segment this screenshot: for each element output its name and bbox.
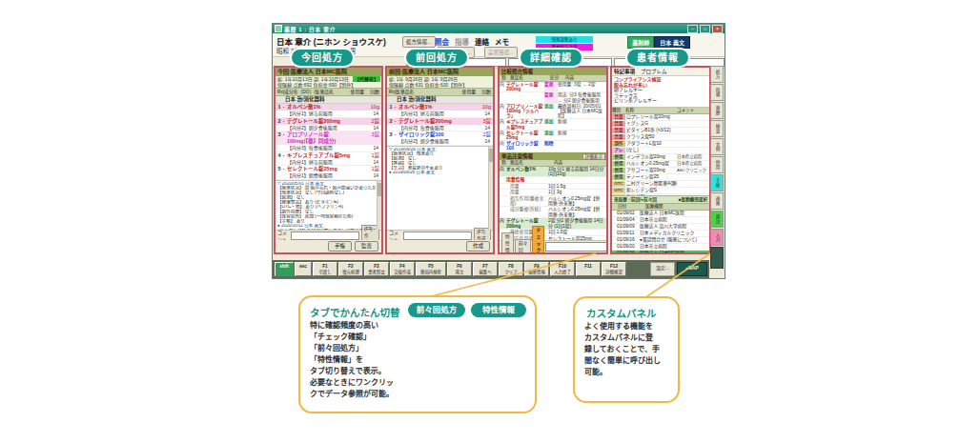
single-item-row[interactable]: 相互作用(重複全般) ハルシオン0.25mg錠【併用薬-外来薬】 — [500, 196, 606, 208]
previous-rx-comment-input[interactable] — [403, 232, 472, 240]
drug-row[interactable]: 3ザイロリック錠1002錠 【内分2】朝夕食後服用14 — [387, 131, 493, 146]
drug-name: キプレスチュアブル錠5mg — [283, 152, 357, 159]
notebook-button[interactable]: 手帳 — [328, 241, 352, 252]
function-key-button[interactable]: F10 入力終了 — [550, 262, 575, 276]
patient-med-row[interactable]: 併用 ハルシオン0.25mg錠 日本県立病院 — [612, 161, 709, 168]
compare-row[interactable]: 内 ザイロリック錠100 削除 — [500, 141, 606, 151]
patient-med-row[interactable]: 禁忌 ビタミンB1系 (×3/12) — [612, 128, 709, 134]
drug-row[interactable]: 5セレクトール錠25mg1錠 【内分1】朝食後服用14 — [276, 166, 381, 180]
custom-panel-tab[interactable]: 併用 — [710, 156, 724, 173]
function-key-button[interactable]: F6 発注 — [447, 262, 472, 276]
visit-row[interactable]: 01/09/04 日本市立病院 — [612, 217, 709, 224]
function-key-button[interactable]: shift — [275, 262, 294, 276]
drug-row[interactable]: 4キプレスチュアブル錠5mg1錠 【内分1】寝る前服用14 — [276, 152, 381, 167]
single-item-row[interactable]: 内 テグレトール錠200mg 2錠 分2 朝夕食後服用 14日分 (1回1錠) — [500, 218, 606, 230]
minimize-button[interactable]: ─ — [687, 25, 698, 33]
log-scrollbar[interactable] — [377, 181, 381, 231]
drug-row[interactable]: 2テグレトール錠200mg3錠 【内分3】毎食後服用14 — [387, 118, 493, 132]
function-key-action: 復元処理 — [342, 270, 359, 274]
patient-med-row[interactable]: 併用 アサコート錠20mg ABCクリニック — [612, 168, 709, 174]
patient-med-row[interactable]: 禁忌 クラリス錠50 — [612, 134, 709, 141]
single-item-row[interactable]: 内 オルベン散1% 10g 分1 寝る前服用 14日分 (1回10g) — [500, 167, 606, 178]
custom-panel-tab[interactable]: 発注 — [710, 211, 724, 228]
problem-label[interactable]: プロブレム — [641, 68, 666, 75]
visit-row[interactable]: 01/09/09 医療法人 品川大学病院 — [612, 224, 709, 231]
drug-row[interactable]: 1オルベン散1%10g 【内分1】寝る前服用14 — [387, 104, 493, 118]
check-tab[interactable]: 特性情報 — [501, 232, 514, 254]
current-rx-comment-input[interactable] — [291, 232, 359, 240]
training-button[interactable]: 実習目標... — [484, 47, 518, 58]
patient-med-row[interactable]: OTC 二村グリーン胃腸薬A(顆粒) — [612, 181, 709, 188]
function-key-button[interactable]: F9 服薬情報 — [524, 262, 549, 276]
map-button[interactable]: ●MAP — [677, 262, 707, 276]
current-rx-buttons: 手帳 監査 — [276, 240, 381, 252]
patient-med-row[interactable]: アレ (なし) — [612, 148, 709, 154]
single-item-row[interactable]: 成分重複(系統) ハルシオン0.25mg錠【併用薬-外来薬】 — [500, 207, 606, 218]
detail-display-button[interactable]: 詳細表示 — [582, 153, 605, 161]
custom-panel-tab[interactable]: 文例 — [710, 138, 724, 155]
compare-row[interactable]: 内 アロプリノール錠100mg「ツルハラ」 追加 最終調剤日: 20/05/01… — [500, 104, 606, 120]
function-key-button[interactable]: F4 交換作成 — [390, 262, 415, 276]
drug-row[interactable]: 2テグレトール錠200mg2錠 【内分2】朝夕食後服用14 — [276, 118, 381, 132]
patient-med-row[interactable]: 副作 アダラートL錠10 — [612, 141, 709, 148]
custom-panel-tab[interactable]: 検査 — [710, 120, 724, 137]
check-tab-input[interactable] — [545, 242, 608, 252]
quick-link[interactable]: メモ — [495, 36, 509, 47]
compare-row[interactable]: 内 セレクトール錠25mg 追加 新規 — [500, 131, 606, 141]
quick-link[interactable]: 連絡 — [475, 36, 489, 47]
compare-row[interactable]: 変更 用法: 分3 毎食後服用 → 分2 朝夕食後服用 — [500, 92, 606, 103]
visit-row[interactable]: 01/09/02 医療法人 日本MC医院 — [612, 211, 709, 217]
custom-panel-tab[interactable]: 処方 — [710, 66, 724, 83]
route — [500, 190, 506, 194]
quick-link[interactable]: 指導 — [455, 36, 469, 47]
drug-usage: 【内分1】寝る前服用 — [276, 111, 363, 117]
patient-med-row[interactable]: 併用 インデラル錠20mg 日本県立病院 — [612, 154, 709, 161]
log-scrollbar[interactable] — [488, 147, 493, 231]
function-key-button[interactable]: F11 — [576, 262, 601, 276]
check-tab[interactable]: 前々回 — [515, 239, 532, 254]
change-content: 新規 — [558, 119, 606, 129]
compare-row[interactable]: 内 テグレトール錠200mg 変更 使用量: 3錠 → 2錠 — [500, 82, 606, 92]
drug-row[interactable]: 3アロプリノール錠100mg(【後】同成分)3錠 【内分3】毎食後服用14 — [276, 131, 381, 152]
settings-button[interactable]: 設定... — [650, 262, 675, 276]
special-notes-list[interactable]: コンプライアンス検証飲み忘れが多い卵アレルギーラテックスピリン系アレルギー — [612, 76, 709, 108]
function-key-button[interactable]: F5 薬局内検索 — [416, 262, 446, 276]
custom-panel-tab[interactable]: 入力 — [710, 229, 724, 246]
visit-row[interactable]: 01/09/16 ●電話問合せ (服薬について) — [612, 237, 709, 244]
audit-button[interactable]: 監査 — [355, 241, 378, 252]
custom-panel-tab[interactable]: 指導 — [710, 84, 724, 101]
close-button[interactable]: × — [712, 25, 723, 33]
function-key-button[interactable]: F1 引渡し — [313, 262, 337, 276]
maximize-button[interactable]: □ — [700, 25, 710, 33]
current-rx-guidance-log[interactable]: ▽ 2020/05/01 日本 義文【服薬状況】 良:飲み忘れ・飲み間違いがあっ… — [276, 180, 381, 231]
visit-row[interactable]: 01/09/26 医療法人 日本MC医院 — [612, 251, 709, 253]
compare-row[interactable]: 内 キプレスチュアブル錠5mg 追加 新規 — [500, 119, 606, 130]
patient-med-row[interactable]: 禁忌 ロプレソール錠20mg — [612, 114, 709, 121]
patient-med-row[interactable]: OTC 新レシチン錠S — [612, 188, 709, 194]
route: 内 — [500, 119, 506, 129]
pharmacist-button[interactable]: 薬剤師 — [627, 36, 654, 49]
visit-row[interactable]: 01/09/11 日本メディカルクリニック — [612, 231, 709, 237]
create-button[interactable]: 作成 — [466, 241, 490, 252]
function-key-button[interactable]: F7 編集へ — [473, 262, 498, 276]
function-key-button[interactable]: F3 患者照会 — [364, 262, 389, 276]
function-key-button[interactable]: F12 詳細確認 — [602, 262, 626, 276]
visit-org: 医療法人 日本MC医院 — [640, 251, 709, 253]
patient-med-row[interactable]: 併用 テノーミン錠25 — [612, 174, 709, 181]
visit-row[interactable]: 01/09/20 日本市立病院 — [612, 244, 709, 251]
function-key-button[interactable]: F8 クリア — [499, 262, 523, 276]
function-key-button[interactable]: esc — [295, 262, 312, 276]
med-name: クラリス錠50 — [625, 134, 677, 140]
visit-org-select[interactable]: ■医療機関選択 — [679, 196, 707, 203]
custom-panel-tab[interactable]: 画像 — [710, 192, 724, 210]
function-key-button[interactable]: F2 復元処理 — [338, 262, 363, 276]
drug-row[interactable]: 1オルベン散1%10g 【内分1】寝る前服用14 — [276, 104, 381, 118]
custom-panel-tab[interactable]: 手帳 — [710, 174, 724, 191]
check-tab[interactable]: チェック確認 — [532, 226, 544, 254]
quick-link[interactable]: 照会 — [435, 36, 449, 47]
patient-med-row[interactable]: 禁忌 ミグシスG — [612, 121, 709, 128]
previous-rx-guidance-log[interactable]: ▽ 2019/09/26 日本 義文【服薬状況】 残薬あり【飲酒】 なし【体調】… — [387, 146, 493, 231]
rx-info-button[interactable]: 処方情報... — [402, 36, 436, 48]
item-content: 1回 1.5錠 — [548, 230, 606, 234]
custom-panel-tab[interactable]: 薬歴 — [710, 102, 724, 119]
